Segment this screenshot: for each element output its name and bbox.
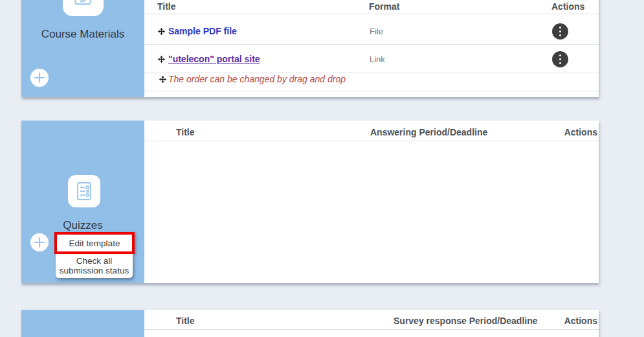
column-header-survey-response-period: Survey response Period/Deadline [394, 316, 538, 326]
material-link-sample-pdf[interactable]: Sample PDF file [168, 26, 237, 36]
column-header-title: Title [176, 127, 195, 137]
kebab-dot [559, 62, 562, 65]
plus-icon [30, 69, 49, 87]
add-quiz-button[interactable] [30, 233, 49, 251]
column-header-actions: Actions [564, 127, 597, 137]
kebab-dot [559, 27, 562, 29]
row-divider [144, 73, 599, 73]
plus-icon [30, 233, 49, 251]
column-header-format: Format [369, 1, 399, 12]
menu-item-edit-template[interactable]: Edit template [54, 232, 135, 254]
row-divider [144, 44, 599, 45]
kebab-dot [559, 54, 562, 57]
actions-kebab-menu-button[interactable] [552, 23, 568, 40]
quizzes-panel: Quizzes Edit template Check all submissi… [21, 121, 144, 283]
menu-item-label: Check all submission status [59, 256, 129, 275]
surveys-panel [21, 310, 144, 337]
row-divider [144, 91, 599, 91]
section-course-materials: Course Materials Title Format Actions Sa… [21, 0, 599, 97]
menu-item-check-all-submission-status[interactable]: Check all submission status [56, 254, 133, 278]
section-title: Course Materials [21, 28, 144, 41]
actions-kebab-menu-button[interactable] [552, 51, 568, 67]
drag-drop-note: The order can be changed by drag and dro… [168, 74, 346, 84]
section-title: Quizzes [21, 219, 144, 232]
kebab-dot [559, 30, 562, 33]
section-surveys: Title Survey response Period/Deadline Ac… [21, 310, 599, 337]
material-format: File [370, 27, 383, 36]
kebab-dot [559, 58, 562, 61]
drag-move-icon[interactable] [159, 75, 168, 84]
header-divider [144, 14, 599, 14]
column-header-title: Title [157, 1, 176, 12]
column-header-title: Title [176, 316, 195, 326]
menu-item-label: Edit template [69, 238, 120, 248]
material-link-utelecon-portal[interactable]: "utelecon" portal site [168, 54, 260, 64]
column-header-actions: Actions [551, 1, 584, 12]
column-header-answering-period: Answering Period/Deadline [370, 127, 487, 137]
drag-move-icon[interactable] [157, 27, 166, 36]
header-divider [144, 141, 599, 141]
add-material-button[interactable] [30, 69, 49, 87]
quiz-checklist-icon [68, 175, 100, 207]
edit-square-icon [63, 0, 104, 16]
course-admin-page: { "colors": { "page_background": "#e9eef… [0, 0, 644, 337]
material-format: Link [370, 54, 385, 64]
column-header-actions: Actions [564, 316, 597, 326]
kebab-dot [559, 34, 562, 37]
header-divider [144, 329, 599, 330]
course-materials-panel: Course Materials [21, 0, 144, 97]
quiz-add-dropdown-menu: Edit template Check all submission statu… [54, 232, 135, 278]
section-quizzes: Quizzes Edit template Check all submissi… [21, 121, 599, 283]
drag-move-icon[interactable] [157, 54, 166, 64]
